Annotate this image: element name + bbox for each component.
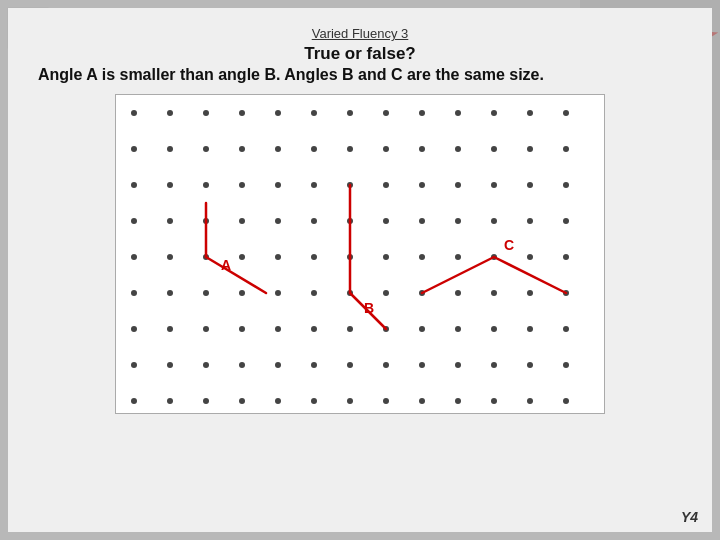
- svg-point-61: [563, 218, 569, 224]
- svg-point-73: [527, 254, 533, 260]
- svg-point-57: [419, 218, 425, 224]
- svg-point-28: [311, 146, 317, 152]
- svg-point-75: [131, 290, 137, 296]
- svg-point-92: [275, 326, 281, 332]
- svg-point-43: [383, 182, 389, 188]
- svg-point-120: [347, 398, 353, 404]
- question-line1: True or false?: [304, 44, 415, 63]
- svg-text:C: C: [504, 237, 514, 253]
- content-area: Varied Fluency 3 True or false? Angle A …: [8, 8, 712, 414]
- svg-point-62: [131, 254, 137, 260]
- svg-point-52: [239, 218, 245, 224]
- svg-point-94: [347, 326, 353, 332]
- slide-wrapper: % 3 Varied Fluency 3 True or false? Angl…: [0, 0, 720, 540]
- svg-point-105: [275, 362, 281, 368]
- svg-point-31: [419, 146, 425, 152]
- svg-point-32: [455, 146, 461, 152]
- svg-point-18: [419, 110, 425, 116]
- svg-point-116: [203, 398, 209, 404]
- svg-line-133: [422, 257, 494, 293]
- svg-point-35: [563, 146, 569, 152]
- svg-point-96: [419, 326, 425, 332]
- svg-point-98: [491, 326, 497, 332]
- svg-point-78: [239, 290, 245, 296]
- svg-point-88: [131, 326, 137, 332]
- svg-point-122: [419, 398, 425, 404]
- svg-point-16: [347, 110, 353, 116]
- svg-point-71: [455, 254, 461, 260]
- svg-point-118: [275, 398, 281, 404]
- svg-point-106: [311, 362, 317, 368]
- svg-point-54: [311, 218, 317, 224]
- svg-point-53: [275, 218, 281, 224]
- svg-point-101: [131, 362, 137, 368]
- svg-point-97: [455, 326, 461, 332]
- svg-point-110: [455, 362, 461, 368]
- svg-point-77: [203, 290, 209, 296]
- svg-point-36: [131, 182, 137, 188]
- svg-point-124: [491, 398, 497, 404]
- slide-panel: Varied Fluency 3 True or false? Angle A …: [8, 8, 712, 532]
- svg-point-21: [527, 110, 533, 116]
- svg-point-67: [311, 254, 317, 260]
- svg-point-59: [491, 218, 497, 224]
- svg-point-45: [455, 182, 461, 188]
- svg-point-108: [383, 362, 389, 368]
- svg-point-107: [347, 362, 353, 368]
- svg-point-76: [167, 290, 173, 296]
- svg-point-49: [131, 218, 137, 224]
- svg-point-90: [203, 326, 209, 332]
- slide-title: Varied Fluency 3: [312, 26, 409, 41]
- svg-point-10: [131, 110, 137, 116]
- svg-point-13: [239, 110, 245, 116]
- svg-point-117: [239, 398, 245, 404]
- svg-point-27: [275, 146, 281, 152]
- svg-point-29: [347, 146, 353, 152]
- dot-grid-area: // We'll draw dots inline via SVG circle…: [115, 94, 605, 414]
- svg-point-103: [203, 362, 209, 368]
- svg-point-33: [491, 146, 497, 152]
- svg-point-126: [563, 398, 569, 404]
- grade-label: Y4: [681, 509, 698, 525]
- svg-point-30: [383, 146, 389, 152]
- svg-point-82: [383, 290, 389, 296]
- svg-point-41: [311, 182, 317, 188]
- svg-point-84: [455, 290, 461, 296]
- svg-point-100: [563, 326, 569, 332]
- svg-point-12: [203, 110, 209, 116]
- svg-point-86: [527, 290, 533, 296]
- svg-point-112: [527, 362, 533, 368]
- svg-point-25: [203, 146, 209, 152]
- svg-line-134: [494, 257, 566, 293]
- svg-point-26: [239, 146, 245, 152]
- svg-point-65: [239, 254, 245, 260]
- svg-point-38: [203, 182, 209, 188]
- svg-point-89: [167, 326, 173, 332]
- svg-point-48: [563, 182, 569, 188]
- svg-point-37: [167, 182, 173, 188]
- svg-text:A: A: [221, 257, 231, 273]
- svg-point-22: [563, 110, 569, 116]
- svg-point-79: [275, 290, 281, 296]
- svg-point-85: [491, 290, 497, 296]
- svg-point-23: [131, 146, 137, 152]
- svg-point-24: [167, 146, 173, 152]
- svg-point-111: [491, 362, 497, 368]
- svg-point-99: [527, 326, 533, 332]
- svg-point-20: [491, 110, 497, 116]
- svg-point-91: [239, 326, 245, 332]
- svg-point-115: [167, 398, 173, 404]
- question-line2: Angle A is smaller than angle B. Angles …: [38, 66, 544, 83]
- svg-point-47: [527, 182, 533, 188]
- svg-point-40: [275, 182, 281, 188]
- svg-point-104: [239, 362, 245, 368]
- svg-point-63: [167, 254, 173, 260]
- svg-text:B: B: [364, 300, 374, 316]
- svg-point-74: [563, 254, 569, 260]
- svg-point-119: [311, 398, 317, 404]
- svg-point-44: [419, 182, 425, 188]
- svg-line-128: [206, 257, 266, 293]
- svg-point-34: [527, 146, 533, 152]
- svg-point-19: [455, 110, 461, 116]
- svg-point-114: [131, 398, 137, 404]
